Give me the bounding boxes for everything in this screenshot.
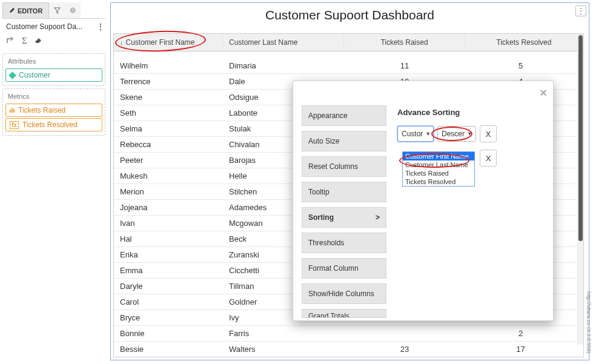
menu-grand-totals[interactable]: Grand Totals bbox=[302, 309, 386, 318]
metric-label: Tickets Raised bbox=[18, 106, 65, 114]
cell-first-name: Daryle bbox=[114, 279, 223, 294]
cell-first-name: Hal bbox=[114, 231, 223, 247]
dashboard-menu-dots[interactable]: ⋮ bbox=[97, 22, 104, 31]
metric-tag-raised[interactable]: Tickets Raised bbox=[5, 104, 102, 117]
cell-first-name: Skene bbox=[114, 90, 223, 105]
attributes-title: Attributes bbox=[5, 56, 102, 67]
menu-sorting[interactable]: Sorting > bbox=[302, 207, 386, 228]
cell-last-name: Farris bbox=[223, 326, 344, 341]
table-row[interactable]: BessieWalters2317 bbox=[114, 342, 576, 357]
sort-column-dropdown: Customer First Name Customer Last Name T… bbox=[402, 151, 475, 187]
column-header-label: Tickets Raised bbox=[380, 38, 428, 47]
dashboard-menu-button[interactable]: ⋮ bbox=[575, 5, 586, 16]
column-header-label: Customer Last Name bbox=[229, 38, 297, 47]
metric-tag-resolved[interactable]: fx Tickets Resolved bbox=[5, 118, 102, 131]
menu-sorting-label: Sorting bbox=[308, 213, 334, 222]
dropdown-option[interactable]: Customer First Name bbox=[403, 152, 474, 160]
menu-reset-columns[interactable]: Reset Columns bbox=[302, 156, 386, 177]
menu-auto-size[interactable]: Auto Size bbox=[302, 131, 386, 151]
metric-label: Tickets Resolved bbox=[22, 121, 78, 129]
column-header-last-name[interactable]: Customer Last Name bbox=[223, 34, 344, 51]
dashboard-name-label: Customer Supoort Da... bbox=[6, 22, 82, 31]
menu-format-column[interactable]: Format Column bbox=[302, 258, 386, 279]
svg-point-0 bbox=[71, 9, 74, 12]
metrics-title: Metrics bbox=[5, 91, 102, 102]
cell-first-name: Wilhelm bbox=[114, 58, 223, 73]
cell-first-name: Bonnie bbox=[114, 326, 223, 341]
dropdown-option[interactable]: Customer Last Name bbox=[403, 160, 474, 169]
remove-sort-button-2[interactable]: X bbox=[480, 150, 497, 167]
cell-last-name: Walters bbox=[223, 342, 344, 357]
cell-tickets-resolved: 17 bbox=[465, 342, 576, 357]
cell-first-name: Carol bbox=[114, 294, 223, 309]
vector-tool-icon[interactable] bbox=[6, 36, 15, 46]
metrics-panel: Metrics Tickets Raised fx Tickets Resolv… bbox=[2, 88, 105, 136]
chevron-down-icon: ▼ bbox=[425, 131, 431, 137]
editor-panel: EDITOR Customer Supoort Da... ⋮ Σ Attrib… bbox=[2, 2, 105, 136]
menu-appearance[interactable]: Appearance bbox=[302, 105, 386, 126]
cell-first-name: Bryce bbox=[114, 310, 223, 325]
column-header-label: Customer First Name bbox=[126, 38, 195, 47]
menu-show-hide[interactable]: Show/Hide Columns bbox=[302, 283, 386, 304]
table-row[interactable]: WilhelmDimaria115 bbox=[114, 58, 576, 74]
cell-first-name: Merion bbox=[114, 184, 223, 199]
version-label: http://vitara.co (4.3.0.559) bbox=[585, 283, 592, 362]
eraser-icon[interactable] bbox=[35, 36, 43, 46]
column-header-tickets-raised[interactable]: Tickets Raised bbox=[344, 34, 465, 51]
filter-tab[interactable] bbox=[49, 2, 65, 18]
cell-first-name: Selma bbox=[114, 121, 223, 136]
dashboard-name-row: Customer Supoort Da... ⋮ bbox=[2, 19, 105, 35]
column-header-first-name[interactable]: ↓ Customer First Name bbox=[114, 34, 223, 51]
editor-tool-row: Σ bbox=[2, 35, 105, 51]
cell-first-name: Jojeana bbox=[114, 200, 223, 215]
attributes-panel: Attributes Customer bbox=[2, 53, 105, 86]
cell-tickets-raised bbox=[344, 326, 465, 341]
cell-tickets-raised: 23 bbox=[344, 342, 465, 357]
cell-tickets-resolved: 5 bbox=[465, 58, 576, 73]
bars-icon bbox=[10, 108, 15, 113]
sort-row-1: Custor ▼ Descer ▼ X bbox=[397, 125, 545, 142]
cell-first-name: Peeter bbox=[114, 153, 223, 168]
remove-sort-button-1[interactable]: X bbox=[480, 125, 497, 142]
menu-thresholds[interactable]: Thresholds bbox=[302, 233, 386, 253]
advance-sorting-title: Advance Sorting bbox=[397, 108, 545, 117]
sort-desc-icon: ↓ bbox=[120, 39, 124, 46]
modal-content: Advance Sorting Custor ▼ Descer ▼ X X bbox=[397, 105, 545, 312]
dashboard-title: Customer Supoort Dashboard bbox=[111, 3, 589, 26]
editor-tab-label: EDITOR bbox=[18, 7, 42, 15]
vertical-scrollbar[interactable] bbox=[577, 34, 583, 345]
cell-tickets-resolved: 2 bbox=[465, 326, 576, 341]
cell-first-name: Bessie bbox=[114, 342, 223, 357]
table-row[interactable]: BonnieFarris2 bbox=[114, 326, 576, 342]
cell-first-name: Emma bbox=[114, 263, 223, 278]
cell-first-name: Ivan bbox=[114, 216, 223, 231]
select-value: Custor bbox=[402, 130, 423, 138]
settings-modal: × Appearance Auto Size Reset Columns Too… bbox=[293, 81, 554, 321]
chevron-right-icon: > bbox=[376, 213, 380, 222]
cell-first-name: Erika bbox=[114, 247, 223, 262]
editor-tab[interactable]: EDITOR bbox=[2, 2, 49, 18]
column-header-label: Tickets Resolved bbox=[497, 38, 552, 47]
dropdown-option[interactable]: Tickets Raised bbox=[403, 169, 474, 177]
fx-icon: fx bbox=[10, 121, 19, 129]
column-header-tickets-resolved[interactable]: Tickets Resolved bbox=[465, 34, 583, 51]
menu-tooltip[interactable]: Tooltip bbox=[302, 182, 386, 202]
settings-tab[interactable] bbox=[65, 2, 81, 18]
cell-first-name: Rebecca bbox=[114, 137, 223, 152]
cell-first-name: Seth bbox=[114, 105, 223, 121]
select-value: Descer bbox=[442, 130, 465, 138]
attribute-label: Customer bbox=[19, 71, 50, 79]
modal-menu-column: Appearance Auto Size Reset Columns Toolt… bbox=[302, 105, 386, 312]
cell-tickets-raised: 11 bbox=[344, 58, 465, 73]
editor-tab-bar: EDITOR bbox=[2, 2, 105, 19]
modal-close-button[interactable]: × bbox=[540, 86, 547, 100]
cell-last-name: Dimaria bbox=[223, 58, 344, 73]
sigma-icon[interactable]: Σ bbox=[22, 36, 27, 46]
diamond-icon bbox=[8, 71, 16, 79]
scrollbar-thumb[interactable] bbox=[578, 35, 583, 241]
sort-direction-select-1[interactable]: Descer ▼ bbox=[437, 126, 476, 142]
dropdown-option[interactable]: Tickets Resolved bbox=[403, 177, 474, 186]
sort-column-select-1[interactable]: Custor ▼ bbox=[397, 126, 434, 142]
chevron-down-icon: ▼ bbox=[467, 131, 472, 137]
attribute-tag-customer[interactable]: Customer bbox=[5, 68, 102, 82]
